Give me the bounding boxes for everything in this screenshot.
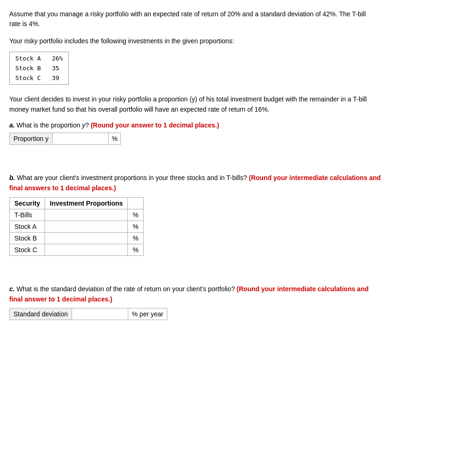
proportion-y-input[interactable] bbox=[53, 133, 108, 144]
question-a-text: a. What is the proportion y? (Round your… bbox=[9, 121, 467, 129]
std-dev-row: Standard deviation % per year bbox=[9, 308, 167, 320]
stock-name: Stock A bbox=[10, 52, 46, 64]
question-c-highlight: (Round your intermediate calculations an… bbox=[237, 285, 369, 293]
investment-security: Stock C bbox=[10, 244, 45, 255]
investment-security: Stock B bbox=[10, 232, 45, 244]
investment-input-cell[interactable] bbox=[45, 244, 128, 255]
intro-paragraph: Assume that you manage a risky portfolio… bbox=[9, 9, 467, 29]
intro-line1: Assume that you manage a risky portfolio… bbox=[9, 10, 366, 18]
stock-table: Stock A26%Stock B35Stock C39 bbox=[9, 52, 69, 85]
investment-security: Stock A bbox=[10, 221, 45, 232]
client-text: Your client decides to invest in your ri… bbox=[9, 94, 467, 115]
investment-proportion-input[interactable] bbox=[45, 209, 110, 221]
question-a-label: a. bbox=[9, 121, 15, 129]
question-a-text-part: What is the proportion bbox=[17, 121, 82, 129]
investment-table: Security Investment Proportions T-Bills%… bbox=[9, 197, 144, 256]
investment-col1-header: Security bbox=[10, 197, 45, 209]
question-c-text: c. What is the standard deviation of the… bbox=[9, 284, 467, 305]
question-c-label: c. bbox=[9, 285, 15, 293]
investment-unit: % bbox=[128, 221, 143, 232]
investment-unit: % bbox=[128, 244, 143, 255]
question-b-text-part: What are your client's investment propor… bbox=[17, 174, 249, 181]
investment-unit: % bbox=[128, 232, 143, 244]
proportion-y-label: Proportion y bbox=[10, 133, 53, 144]
stock-name: Stock C bbox=[10, 73, 46, 85]
stock-name: Stock B bbox=[10, 63, 46, 73]
stock-value: 35 bbox=[46, 63, 69, 73]
stock-value: 26% bbox=[46, 52, 69, 64]
investment-proportion-input[interactable] bbox=[45, 221, 110, 232]
question-c-highlight2: final answer to 1 decimal places.) bbox=[9, 295, 112, 303]
investment-input-cell[interactable] bbox=[45, 209, 128, 221]
investment-input-cell[interactable] bbox=[45, 221, 128, 232]
question-c-text-part: What is the standard deviation of the ra… bbox=[17, 285, 237, 293]
question-b-highlight2: final answers to 1 decimal places.) bbox=[9, 184, 116, 192]
investment-input-cell[interactable] bbox=[45, 232, 128, 244]
client-line1: Your client decides to invest in your ri… bbox=[9, 95, 367, 103]
intro-line2: rate is 4%. bbox=[9, 20, 40, 27]
question-b-label: b. bbox=[9, 174, 15, 181]
investment-col3-header bbox=[128, 197, 143, 209]
investments-label: Your risky portfolio includes the follow… bbox=[9, 36, 467, 46]
question-b-text: b. What are your client's investment pro… bbox=[9, 173, 467, 194]
investment-col2-header: Investment Proportions bbox=[45, 197, 128, 209]
investment-proportion-input[interactable] bbox=[45, 244, 110, 255]
question-a-text2: ? bbox=[85, 121, 91, 129]
question-a-highlight: (Round your answer to 1 decimal places.) bbox=[91, 121, 219, 129]
std-dev-input[interactable] bbox=[72, 308, 128, 320]
stock-value: 39 bbox=[46, 73, 69, 85]
question-b-highlight: (Round your intermediate calculations an… bbox=[249, 174, 381, 181]
std-dev-unit: % per year bbox=[128, 308, 167, 320]
std-dev-label: Standard deviation bbox=[10, 308, 72, 320]
client-line2: money market fund so that his overall po… bbox=[9, 106, 270, 113]
investment-security: T-Bills bbox=[10, 209, 45, 221]
investment-unit: % bbox=[128, 209, 143, 221]
investment-proportion-input[interactable] bbox=[45, 233, 110, 244]
proportion-y-unit: % bbox=[108, 133, 120, 144]
proportion-y-row: Proportion y % bbox=[9, 133, 121, 145]
